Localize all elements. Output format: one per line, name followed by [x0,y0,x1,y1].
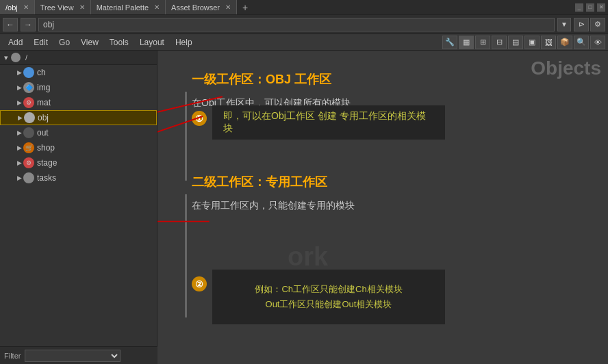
tree-toggle-tasks[interactable]: ▶ [15,174,23,182]
settings-icon-button[interactable]: ⚙ [590,18,605,31]
section1-box: 即，可以在Obj工作区 创建 专用工作区的相关模块 [212,105,445,140]
tree-toggle-shop[interactable]: ▶ [15,144,23,152]
tree-toggle-stage[interactable]: ▶ [15,159,23,167]
tree-label-out: out [37,128,49,138]
tab-tree-view-label: Tree View [40,3,74,12]
tree-label-stage: stage [37,158,57,168]
badge-2: ② [192,276,207,291]
section1-box-text: 即，可以在Obj工作区 创建 专用工作区的相关模块 [223,110,434,135]
minimize-button[interactable]: _ [575,3,583,12]
tree-item-out[interactable]: ▶ out [0,125,157,140]
section2-desc: 在专用工作区内，只能创建专用的模块 [192,200,355,212]
tasks-icon [23,172,34,183]
menu-add[interactable]: Add [3,36,28,49]
tab-material-palette[interactable]: Material Palette ✕ [91,0,166,14]
title-bar: /obj ✕ Tree View ✕ Material Palette ✕ As… [0,0,608,15]
tab-obj-close[interactable]: ✕ [23,3,29,11]
tree-label-shop: shop [37,143,55,153]
section2-box-line1: 例如：Ch工作区只能创建Ch相关模块 [255,283,402,296]
tool-eye[interactable]: 👁 [590,36,605,49]
tool-grid4[interactable]: ▤ [508,36,523,49]
tree-collapse-icon: ▾ [4,53,8,62]
tool-box[interactable]: 📦 [557,36,572,49]
left-border-2 [185,194,187,317]
tree-label-obj: obj [38,113,49,122]
section2-box: 例如：Ch工作区只能创建Ch相关模块 Out工作区只能创建Out相关模块 [212,270,445,324]
section2-title: 二级工作区：专用工作区 [192,174,327,190]
obj-icon [24,112,35,123]
menu-view[interactable]: View [75,36,104,49]
tab-tree-view[interactable]: Tree View ✕ [35,0,91,14]
tab-tree-view-close[interactable]: ✕ [79,3,85,11]
window-controls: _ □ ✕ [575,3,608,12]
tree-item-mat[interactable]: ▶ ⚙ mat [0,95,157,110]
address-input[interactable] [38,18,555,31]
tab-material-palette-close[interactable]: ✕ [154,3,160,11]
tree-header: ▾ / [0,51,157,65]
tree-root-label: / [25,53,27,62]
tab-obj-label: /obj [5,3,18,12]
menu-tools[interactable]: Tools [104,36,134,49]
tab-material-palette-label: Material Palette [97,3,149,12]
tree-toggle-mat[interactable]: ▶ [15,99,23,107]
ch-icon [23,67,34,78]
toolbar-icons: 🔧 ▦ ⊞ ⊟ ▤ ▣ 🖼 📦 🔍 👁 [442,36,605,49]
tab-asset-browser-label: Asset Browser [171,3,220,12]
root-icon [11,53,21,62]
tree-item-shop[interactable]: ▶ 🛒 shop [0,140,157,155]
address-dropdown-button[interactable]: ▼ [557,18,571,31]
stage-icon: ⚙ [23,157,34,168]
tree-item-img[interactable]: ▶ 🔷 img [0,80,157,95]
tab-add-button[interactable]: + [237,2,253,13]
bottom-bar: Filter [0,346,157,364]
main-area: ▾ / ▶ ch ▶ 🔷 img ▶ ⚙ mat ▶ obj [0,51,608,346]
mat-icon: ⚙ [23,97,34,108]
menu-layout[interactable]: Layout [134,36,170,49]
out-icon [23,127,34,138]
shop-icon: 🛒 [23,142,34,153]
menu-bar: Add Edit Go View Tools Layout Help 🔧 ▦ ⊞… [0,34,608,51]
tree-label-mat: mat [37,98,51,107]
section2-box-line2: Out工作区只能创建Out相关模块 [266,298,392,311]
badge-1: ① [192,111,207,126]
back-button[interactable]: ← [3,18,18,31]
tree-item-stage[interactable]: ▶ ⚙ stage [0,155,157,170]
tab-obj[interactable]: /obj ✕ [0,0,35,14]
content-area: Objects 一级工作区：OBJ 工作区 在Obj工作区中，可以创建所有的模块… [157,51,608,346]
tool-grid3[interactable]: ⊟ [492,36,507,49]
sidebar: ▾ / ▶ ch ▶ 🔷 img ▶ ⚙ mat ▶ obj [0,51,157,346]
left-border-1 [185,92,187,181]
objects-background-label: Objects [531,57,601,79]
tree-item-tasks[interactable]: ▶ tasks [0,170,157,185]
maximize-button[interactable]: □ [586,3,594,12]
tree-toggle-img[interactable]: ▶ [15,83,23,92]
tree-toggle-ch[interactable]: ▶ [15,68,23,77]
address-bar: ← → ▼ ⊳ ⚙ [0,15,608,34]
tree-toggle-out[interactable]: ▶ [15,129,23,137]
tree-label-ch: ch [37,68,46,77]
tool-wrench[interactable]: 🔧 [442,36,457,49]
tree-label-tasks: tasks [37,173,56,183]
bookmark-button[interactable]: ⊳ [574,18,589,31]
tool-grid2[interactable]: ⊞ [475,36,490,49]
tool-img[interactable]: 🖼 [541,36,556,49]
img-icon: 🔷 [23,82,34,93]
close-button[interactable]: ✕ [597,3,605,12]
tool-grid1[interactable]: ▦ [459,36,474,49]
tool-grid5[interactable]: ▣ [524,36,540,49]
tool-search[interactable]: 🔍 [574,36,589,49]
menu-help[interactable]: Help [170,36,198,49]
tree-label-img: img [37,83,50,92]
tab-asset-browser[interactable]: Asset Browser ✕ [166,0,237,14]
tree-item-ch[interactable]: ▶ ch [0,65,157,80]
menu-go[interactable]: Go [53,36,75,49]
tree-item-obj[interactable]: ▶ obj [0,110,157,125]
filter-label: Filter [4,352,21,360]
forward-button[interactable]: → [21,18,36,31]
section1-title: 一级工作区：OBJ 工作区 [192,71,331,88]
addr-right-buttons: ⊳ ⚙ [574,18,605,31]
tab-asset-browser-close[interactable]: ✕ [225,3,231,11]
menu-edit[interactable]: Edit [28,36,53,49]
tree-toggle-obj[interactable]: ▶ [16,114,24,122]
filter-dropdown[interactable] [25,350,121,362]
